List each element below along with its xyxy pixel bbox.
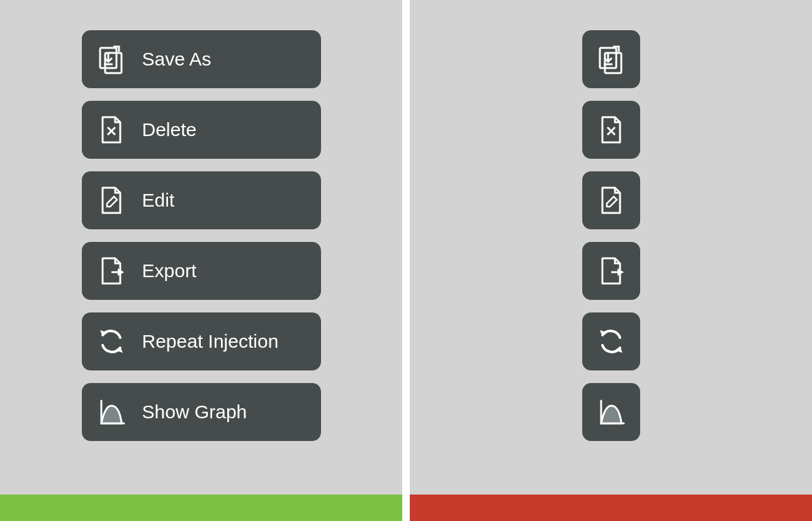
repeat-icon: [595, 326, 627, 357]
right-footer-bar: [410, 495, 812, 521]
right-panel: [410, 0, 812, 521]
repeat-injection-icon-button[interactable]: [582, 312, 640, 370]
left-footer-bar: [0, 495, 402, 521]
delete-button[interactable]: Delete: [82, 101, 321, 159]
edit-label: Edit: [142, 190, 175, 211]
delete-icon: [96, 114, 127, 146]
save-as-icon-button[interactable]: [582, 30, 640, 88]
edit-icon-button[interactable]: [582, 171, 640, 229]
save-as-label: Save As: [142, 49, 211, 70]
export-label: Export: [142, 260, 197, 282]
left-button-column: Save As Delete Edit Export: [82, 30, 321, 441]
delete-icon: [595, 114, 627, 146]
export-icon-button[interactable]: [582, 242, 640, 300]
show-graph-label: Show Graph: [142, 401, 247, 423]
delete-icon-button[interactable]: [582, 101, 640, 159]
save-as-button[interactable]: Save As: [82, 30, 321, 88]
edit-button[interactable]: Edit: [82, 171, 321, 229]
edit-icon: [595, 185, 627, 216]
graph-icon: [96, 396, 127, 428]
right-button-column: [582, 30, 640, 441]
delete-label: Delete: [142, 119, 197, 140]
comparison-stage: Save As Delete Edit Export: [0, 0, 812, 521]
save-as-icon: [96, 43, 127, 75]
export-icon: [595, 255, 627, 287]
graph-icon: [595, 396, 627, 428]
repeat-injection-button[interactable]: Repeat Injection: [82, 312, 321, 370]
export-icon: [96, 255, 127, 287]
left-panel: Save As Delete Edit Export: [0, 0, 402, 521]
repeat-injection-label: Repeat Injection: [142, 331, 279, 352]
edit-icon: [96, 185, 127, 216]
export-button[interactable]: Export: [82, 242, 321, 300]
show-graph-icon-button[interactable]: [582, 383, 640, 441]
show-graph-button[interactable]: Show Graph: [82, 383, 321, 441]
save-as-icon: [595, 43, 627, 75]
repeat-icon: [96, 326, 127, 357]
